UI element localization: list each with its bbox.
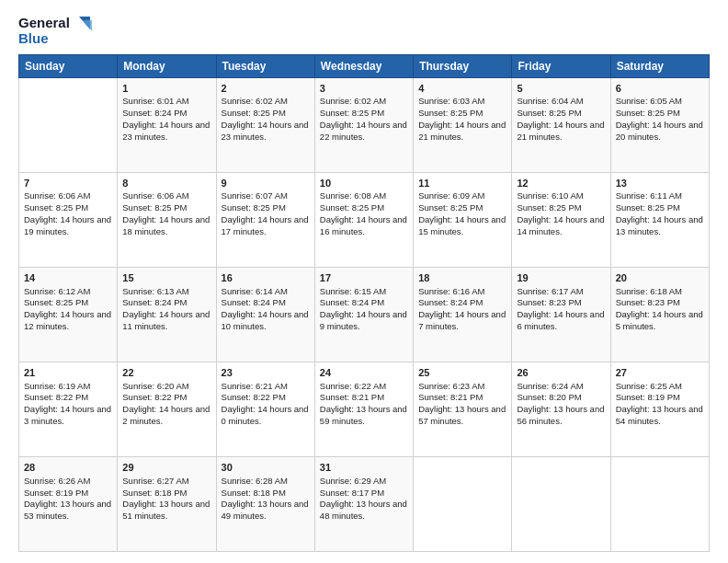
daylight-text: Daylight: 14 hours and 19 minutes. (24, 214, 111, 236)
sunrise-text: Sunrise: 6:05 AM (616, 96, 682, 106)
sunset-text: Sunset: 8:25 PM (24, 297, 88, 307)
daylight-text: Daylight: 13 hours and 59 minutes. (320, 404, 407, 426)
day-number: 14 (24, 271, 112, 285)
svg-marker-1 (83, 20, 92, 31)
sunset-text: Sunset: 8:23 PM (616, 297, 680, 307)
sunrise-text: Sunrise: 6:17 AM (517, 286, 583, 296)
sunset-text: Sunset: 8:24 PM (418, 297, 483, 307)
sunset-text: Sunset: 8:23 PM (517, 297, 581, 307)
calendar-cell: 31Sunrise: 6:29 AMSunset: 8:17 PMDayligh… (314, 456, 413, 551)
day-number: 2 (222, 82, 310, 96)
sunset-text: Sunset: 8:18 PM (222, 488, 286, 498)
sunset-text: Sunset: 8:22 PM (122, 392, 187, 402)
daylight-text: Daylight: 14 hours and 6 minutes. (517, 309, 604, 331)
calendar-cell: 19Sunrise: 6:17 AMSunset: 8:23 PMDayligh… (512, 267, 610, 362)
sunrise-text: Sunrise: 6:08 AM (320, 190, 386, 201)
daylight-text: Daylight: 13 hours and 57 minutes. (418, 404, 506, 426)
sunset-text: Sunset: 8:24 PM (320, 297, 384, 307)
daylight-text: Daylight: 14 hours and 21 minutes. (418, 120, 506, 142)
calendar-cell: 14Sunrise: 6:12 AMSunset: 8:25 PMDayligh… (19, 267, 118, 362)
logo-bird-icon (72, 15, 92, 31)
sunset-text: Sunset: 8:25 PM (320, 202, 384, 213)
sunset-text: Sunset: 8:25 PM (222, 108, 286, 118)
day-number: 6 (616, 82, 704, 96)
sunrise-text: Sunrise: 6:22 AM (320, 381, 386, 391)
sunrise-text: Sunrise: 6:28 AM (222, 476, 288, 486)
day-number: 20 (616, 271, 704, 285)
sunset-text: Sunset: 8:19 PM (24, 488, 88, 498)
sunset-text: Sunset: 8:24 PM (222, 297, 286, 307)
sunset-text: Sunset: 8:25 PM (24, 202, 88, 213)
day-header-thursday: Thursday (414, 54, 512, 77)
day-number: 23 (222, 366, 310, 380)
calendar-cell: 4Sunrise: 6:03 AMSunset: 8:25 PMDaylight… (414, 77, 512, 172)
daylight-text: Daylight: 14 hours and 11 minutes. (122, 309, 210, 331)
daylight-text: Daylight: 14 hours and 0 minutes. (222, 404, 309, 426)
day-number: 29 (122, 461, 210, 475)
sunrise-text: Sunrise: 6:16 AM (418, 286, 484, 296)
daylight-text: Daylight: 14 hours and 12 minutes. (24, 309, 111, 331)
sunrise-text: Sunrise: 6:19 AM (24, 381, 90, 391)
calendar-cell: 9Sunrise: 6:07 AMSunset: 8:25 PMDaylight… (216, 172, 314, 267)
calendar-cell: 29Sunrise: 6:27 AMSunset: 8:18 PMDayligh… (118, 456, 216, 551)
sunrise-text: Sunrise: 6:12 AM (24, 286, 90, 296)
sunrise-text: Sunrise: 6:20 AM (122, 381, 188, 391)
sunrise-text: Sunrise: 6:23 AM (418, 381, 484, 391)
sunset-text: Sunset: 8:17 PM (320, 488, 384, 498)
sunrise-text: Sunrise: 6:06 AM (24, 190, 90, 201)
sunrise-text: Sunrise: 6:27 AM (122, 476, 188, 486)
daylight-text: Daylight: 14 hours and 5 minutes. (616, 309, 703, 331)
day-number: 28 (24, 461, 112, 475)
day-number: 5 (517, 82, 605, 96)
logo: General Blue (18, 15, 92, 47)
day-number: 10 (320, 177, 408, 190)
day-header-wednesday: Wednesday (314, 54, 413, 77)
calendar-cell: 11Sunrise: 6:09 AMSunset: 8:25 PMDayligh… (414, 172, 512, 267)
day-number: 12 (517, 177, 605, 190)
day-number: 18 (418, 271, 506, 285)
calendar-cell: 30Sunrise: 6:28 AMSunset: 8:18 PMDayligh… (216, 456, 314, 551)
calendar-cell: 16Sunrise: 6:14 AMSunset: 8:24 PMDayligh… (216, 267, 314, 362)
sunrise-text: Sunrise: 6:14 AM (222, 286, 288, 296)
sunrise-text: Sunrise: 6:15 AM (320, 286, 386, 296)
sunset-text: Sunset: 8:24 PM (122, 297, 187, 307)
sunrise-text: Sunrise: 6:07 AM (222, 190, 288, 201)
daylight-text: Daylight: 14 hours and 9 minutes. (320, 309, 407, 331)
daylight-text: Daylight: 14 hours and 16 minutes. (320, 214, 407, 236)
sunrise-text: Sunrise: 6:13 AM (122, 286, 188, 296)
daylight-text: Daylight: 14 hours and 21 minutes. (517, 120, 604, 142)
daylight-text: Daylight: 14 hours and 13 minutes. (616, 214, 703, 236)
sunset-text: Sunset: 8:24 PM (122, 108, 187, 118)
calendar-cell: 28Sunrise: 6:26 AMSunset: 8:19 PMDayligh… (19, 456, 118, 551)
days-header-row: SundayMondayTuesdayWednesdayThursdayFrid… (19, 54, 710, 77)
calendar-cell (512, 456, 610, 551)
calendar-cell: 27Sunrise: 6:25 AMSunset: 8:19 PMDayligh… (610, 362, 709, 456)
daylight-text: Daylight: 13 hours and 48 minutes. (320, 499, 407, 521)
day-header-monday: Monday (118, 54, 216, 77)
day-number: 24 (320, 366, 408, 380)
sunset-text: Sunset: 8:25 PM (320, 108, 384, 118)
day-header-tuesday: Tuesday (216, 54, 314, 77)
calendar-cell: 22Sunrise: 6:20 AMSunset: 8:22 PMDayligh… (118, 362, 216, 456)
calendar-cell: 25Sunrise: 6:23 AMSunset: 8:21 PMDayligh… (414, 362, 512, 456)
calendar-cell: 8Sunrise: 6:06 AMSunset: 8:25 PMDaylight… (118, 172, 216, 267)
day-number: 21 (24, 366, 112, 380)
sunrise-text: Sunrise: 6:09 AM (418, 190, 484, 201)
sunrise-text: Sunrise: 6:03 AM (418, 96, 484, 106)
sunset-text: Sunset: 8:22 PM (24, 392, 88, 402)
daylight-text: Daylight: 14 hours and 23 minutes. (122, 120, 210, 142)
sunset-text: Sunset: 8:25 PM (222, 202, 286, 213)
daylight-text: Daylight: 14 hours and 20 minutes. (616, 120, 703, 142)
daylight-text: Daylight: 14 hours and 22 minutes. (320, 120, 407, 142)
calendar-cell (19, 77, 118, 172)
calendar-table: SundayMondayTuesdayWednesdayThursdayFrid… (18, 54, 710, 553)
sunrise-text: Sunrise: 6:01 AM (122, 96, 188, 106)
calendar-cell: 17Sunrise: 6:15 AMSunset: 8:24 PMDayligh… (314, 267, 413, 362)
sunset-text: Sunset: 8:25 PM (517, 202, 581, 213)
day-header-sunday: Sunday (19, 54, 118, 77)
calendar-cell (414, 456, 512, 551)
daylight-text: Daylight: 13 hours and 54 minutes. (616, 404, 703, 426)
sunset-text: Sunset: 8:21 PM (418, 392, 483, 402)
calendar-cell: 6Sunrise: 6:05 AMSunset: 8:25 PMDaylight… (610, 77, 709, 172)
logo-text-general: General (18, 16, 70, 31)
